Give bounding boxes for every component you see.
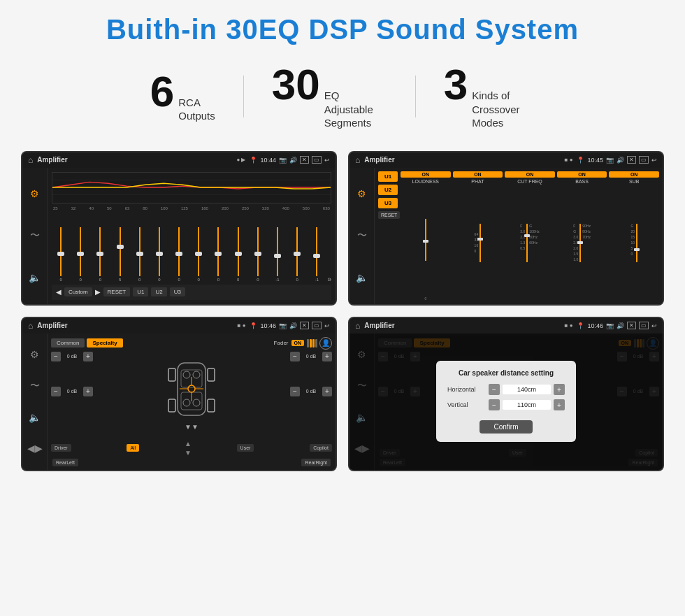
sp-wave-icon[interactable]: 〜 xyxy=(30,380,40,392)
left-plus-1[interactable]: + xyxy=(83,352,93,361)
all-btn[interactable]: All xyxy=(127,444,139,452)
eq-slider-7[interactable]: 0 xyxy=(170,227,188,283)
eq-slider-13[interactable]: 0 xyxy=(288,227,306,283)
sp-vol-icon[interactable]: ◀▶ xyxy=(27,443,43,454)
person-icon[interactable]: 👤 xyxy=(319,337,332,350)
eq-main-area: 253240506380100125160200250320400500630 … xyxy=(48,168,336,304)
crossover-rect-icon: ▭ xyxy=(639,156,649,164)
eq-slider-9[interactable]: 0 xyxy=(209,227,227,283)
dist-camera-icon: 📷 xyxy=(606,322,614,329)
eq-status-icons: 📍 10:44 📷 🔊 ✕ ▭ ↩ xyxy=(250,156,330,164)
phat-slider[interactable]: 6432160 xyxy=(453,185,503,301)
horizontal-label: Horizontal xyxy=(447,386,486,393)
eq-slider-11[interactable]: 0 xyxy=(249,227,267,283)
cutfreq-on-btn[interactable]: ON xyxy=(505,171,555,178)
crossover-back-icon: ↩ xyxy=(651,157,657,164)
user-btn[interactable]: User xyxy=(237,444,254,452)
crossover-camera-icon: 📷 xyxy=(606,157,614,164)
crossover-home-icon[interactable]: ⌂ xyxy=(355,155,360,165)
eq-next-btn[interactable]: ▶ xyxy=(95,288,101,296)
copilot-btn[interactable]: Copilot xyxy=(310,444,332,452)
right-plus-2[interactable]: + xyxy=(322,387,332,396)
crossover-speaker-icon[interactable]: 🔈 xyxy=(356,272,368,283)
sub-on-btn[interactable]: ON xyxy=(609,171,659,178)
crossover-volume-icon: 🔊 xyxy=(616,157,624,164)
stat-number-crossover: 3 xyxy=(444,63,468,106)
eq-bottom-bar: ◀ Custom ▶ RESET U1 U2 U3 xyxy=(52,285,331,300)
eq-slider-2[interactable]: 0 xyxy=(71,227,89,283)
arrow-down[interactable]: ▼ xyxy=(185,449,192,457)
distance-status-icons: 📍 10:46 📷 🔊 ✕ ▭ ↩ xyxy=(577,322,657,329)
right-db-val-1: 0 dB xyxy=(301,354,321,359)
page-title: Buith-in 30EQ DSP Sound System xyxy=(0,0,685,52)
horizontal-minus-btn[interactable]: − xyxy=(489,384,500,395)
phat-on-btn[interactable]: ON xyxy=(453,171,503,178)
bass-on-btn[interactable]: ON xyxy=(557,171,607,178)
left-db-2: − 0 dB + xyxy=(51,387,93,396)
eq-prev-btn[interactable]: ◀ xyxy=(56,288,62,296)
sp-speaker-icon[interactable]: 🔈 xyxy=(29,412,41,423)
specialty-tab[interactable]: Specialty xyxy=(87,338,122,348)
bass-slider[interactable]: FG3.02.52.01.51.0 90Hz80Hz70Hz xyxy=(557,185,607,301)
rear-right-btn[interactable]: RearRight xyxy=(301,459,331,466)
right-plus-1[interactable]: + xyxy=(322,352,332,361)
loudness-slider[interactable] xyxy=(401,185,451,295)
eq-more-icon[interactable]: » xyxy=(327,275,331,283)
eq-wave-icon[interactable]: 〜 xyxy=(30,229,40,242)
left-minus-2[interactable]: − xyxy=(51,387,61,396)
left-plus-2[interactable]: + xyxy=(83,387,93,396)
vertical-minus-btn[interactable]: − xyxy=(489,399,500,410)
arrow-up[interactable]: ▲ xyxy=(185,440,192,447)
eq-tune-icon[interactable]: ⚙ xyxy=(30,188,39,199)
right-minus-1[interactable]: − xyxy=(290,352,300,361)
eq-slider-12[interactable]: -1 xyxy=(268,227,287,283)
eq-u2-btn[interactable]: U2 xyxy=(151,287,166,296)
eq-slider-1[interactable]: 0 xyxy=(52,227,70,283)
dialog-footer: Confirm xyxy=(447,415,565,434)
eq-u1-btn[interactable]: U1 xyxy=(133,287,148,296)
crossover-reset-btn[interactable]: RESET xyxy=(378,211,400,219)
u3-button[interactable]: U3 xyxy=(378,198,398,208)
crossover-wave-icon[interactable]: 〜 xyxy=(357,229,367,242)
right-minus-2[interactable]: − xyxy=(290,387,300,396)
eq-speaker-icon[interactable]: 🔈 xyxy=(29,272,41,283)
cutfreq-slider[interactable]: F3.02.11.30.5 G100Hz80Hz60Hz xyxy=(505,185,555,301)
confirm-button[interactable]: Confirm xyxy=(480,420,532,434)
common-tab[interactable]: Common xyxy=(51,338,85,348)
vertical-plus-btn[interactable]: + xyxy=(554,399,565,410)
stat-number-rca: 6 xyxy=(150,70,174,113)
eq-graph xyxy=(52,172,331,203)
home-icon[interactable]: ⌂ xyxy=(28,155,33,165)
eq-time: 10:44 xyxy=(260,157,276,164)
eq-slider-6[interactable]: 0 xyxy=(150,227,168,283)
stat-number-eq: 30 xyxy=(272,63,320,106)
stat-desc-crossover: Kinds of Crossover Modes xyxy=(472,89,535,130)
eq-slider-8[interactable]: 0 xyxy=(189,227,208,283)
sub-slider[interactable]: G20151050 xyxy=(609,185,659,301)
distance-screen: ⌂ Amplifier ■ ● 📍 10:46 📷 🔊 ✕ ▭ ↩ ⚙ 〜 🔈 … xyxy=(348,317,664,471)
horizontal-plus-btn[interactable]: + xyxy=(554,384,565,395)
loudness-on-btn[interactable]: ON xyxy=(401,171,451,178)
eq-slider-3[interactable]: 0 xyxy=(91,227,109,283)
rear-left-btn[interactable]: RearLeft xyxy=(52,459,78,466)
u2-button[interactable]: U2 xyxy=(378,185,398,195)
vertical-value: 110cm xyxy=(503,400,551,410)
u1-button[interactable]: U1 xyxy=(378,171,398,182)
speaker-home-icon[interactable]: ⌂ xyxy=(28,321,33,331)
crossover-screen-content: ⚙ 〜 🔈 U1 U2 U3 RESET ON LOUDNESS xyxy=(349,168,663,304)
eq-reset-btn[interactable]: RESET xyxy=(103,287,131,296)
loudness-label: LOUDNESS xyxy=(412,179,440,184)
eq-u3-btn[interactable]: U3 xyxy=(170,287,185,296)
sp-tune-icon[interactable]: ⚙ xyxy=(30,349,39,360)
distance-home-icon[interactable]: ⌂ xyxy=(355,321,360,331)
eq-slider-14[interactable]: -1 xyxy=(308,227,326,283)
eq-slider-10[interactable]: 0 xyxy=(229,227,247,283)
crossover-tune-icon[interactable]: ⚙ xyxy=(357,188,366,199)
eq-slider-5[interactable]: 0 xyxy=(131,227,149,283)
eq-custom-btn[interactable]: Custom xyxy=(64,287,92,296)
driver-btn[interactable]: Driver xyxy=(51,444,71,452)
fader-on-badge[interactable]: ON xyxy=(291,340,305,346)
left-minus-1[interactable]: − xyxy=(51,352,61,361)
speaker-arrows: ▲ ▼ xyxy=(185,440,192,457)
eq-slider-4[interactable]: 5 xyxy=(111,227,129,283)
